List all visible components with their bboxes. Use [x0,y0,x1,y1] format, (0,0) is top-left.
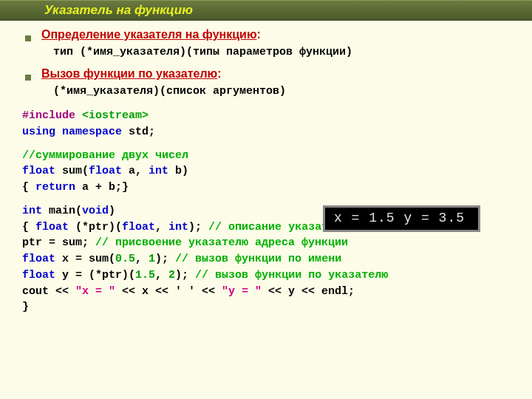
call-syntax: (*имя_указателя)(список аргументов) [53,85,510,98]
slide-title: Указатель на функцию [0,0,532,21]
call-heading: Вызов функции по указателю [41,67,217,80]
definition-syntax: тип (*имя_указателя)(типы параметров фун… [53,46,510,58]
bullet-icon [25,35,31,41]
code-line: using namespace std; [22,124,510,140]
code-line: { return a + b;} [22,180,510,196]
code-line: float sum(float a, int b) [22,163,510,180]
code-line: float y = (*ptr)(1.5, 2); // вызов функц… [22,267,510,284]
console-output: x = 1.5 y = 3.5 [323,205,480,232]
code-line: //суммирование двух чисел [22,148,510,164]
slide-content: Определение указателя на функцию: тип (*… [0,21,532,323]
colon: : [257,28,261,41]
code-line: } [22,299,510,316]
code-line: cout << "x = " << x << ' ' << "y = " << … [22,284,510,300]
definition-row: Определение указателя на функцию: [22,28,510,41]
bullet-icon [25,75,31,81]
colon: : [217,67,221,80]
code-line: #include <iostream> [22,108,510,124]
code-line: float x = sum(0.5, 1); // вызов функции … [22,251,510,267]
slide: Указатель на функцию Определение указате… [0,0,532,399]
definition-heading: Определение указателя на функцию [41,28,257,41]
call-row: Вызов функции по указателю: [22,67,510,81]
code-line: ptr = sum; // присвоение указателю адрес… [22,235,510,251]
